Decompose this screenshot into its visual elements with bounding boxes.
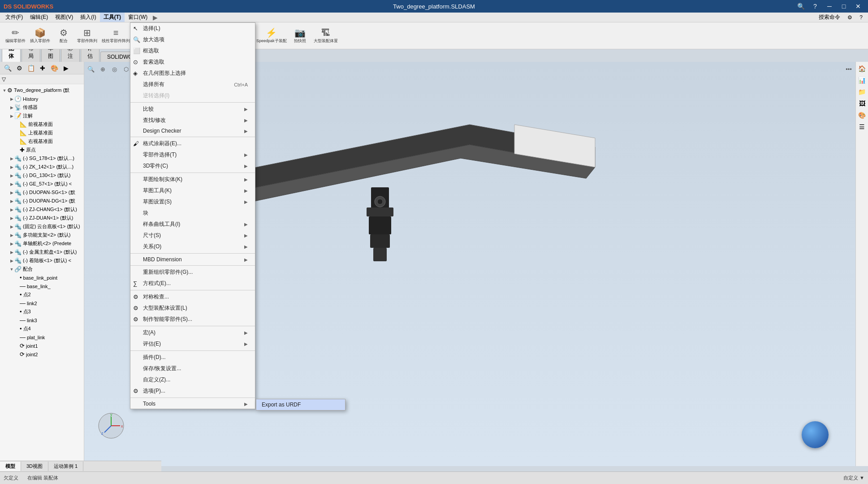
vp-btn-select[interactable]: ◎ xyxy=(109,65,119,73)
dd-options[interactable]: ⚙ 选项(P)... xyxy=(130,385,255,397)
tree-item-ge57[interactable]: ▶ 🔩 (-) GE_57<1> (默认) < xyxy=(0,180,84,188)
dd-3dpart[interactable]: 3D零件(C) ▶ xyxy=(130,160,255,172)
dd-reorganize[interactable]: 重新组织零部件(G)... xyxy=(130,267,255,278)
rp-table-icon[interactable]: 📊 xyxy=(857,75,867,85)
status-custom[interactable]: 自定义 ▼ xyxy=(843,475,864,481)
maximize-button[interactable]: □ xyxy=(838,1,850,11)
dd-zoom[interactable]: 🔍 放大选项 xyxy=(130,34,255,45)
bottom-tab-3dview[interactable]: 3D视图 xyxy=(21,462,48,471)
dd-block[interactable]: 块 xyxy=(130,207,255,219)
tools-dropdown[interactable]: ↖ 选择(L) 🔍 放大选项 ⬜ 框选取 ⊙ 套索选取 ◈ 在几何图形上选择 选… xyxy=(130,22,255,409)
tree-root[interactable]: ▼ ⚙ Two_degree_platform (默 xyxy=(0,86,84,95)
tree-item-annotation[interactable]: ▶ 📝 注解 xyxy=(0,112,84,120)
tree-item-metal-hub[interactable]: ▶ 🔩 (-) 金属主舵盘<1> (默认) xyxy=(0,248,84,256)
dd-plugins[interactable]: 插件(D)... xyxy=(130,352,255,363)
tree-item-dg130[interactable]: ▶ 🔩 (-) DG_130<1> (默认) xyxy=(0,171,84,180)
bottom-tab-model[interactable]: 模型 xyxy=(0,462,21,471)
panel-cross-icon[interactable]: ✚ xyxy=(38,63,48,73)
dd-large-assembly[interactable]: ⚙ 大型装配体设置(L) xyxy=(130,302,255,314)
dd-box-select[interactable]: ⬜ 框选取 xyxy=(130,45,255,56)
tools-submenu[interactable]: Export as URDF xyxy=(256,399,345,411)
tree-item-zj-duan[interactable]: ▶ 🔩 (-) ZJ-DUAN<1> (默认) xyxy=(0,214,84,222)
tree-item-base-link[interactable]: — base_link_ xyxy=(0,282,84,290)
tree-item-plat-link[interactable]: — plat_link xyxy=(0,333,84,341)
dd-format-brush[interactable]: 🖌 格式涂刷器(E)... xyxy=(130,138,255,149)
dd-evaluate[interactable]: 评估(E) ▶ xyxy=(130,338,255,350)
tree-item-multifunc[interactable]: ▶ 🔩 多功能支架<2> (默认) xyxy=(0,231,84,239)
rp-list-icon[interactable]: ☰ xyxy=(857,122,867,132)
panel-expand-icon[interactable]: ▶ xyxy=(61,63,71,73)
tree-item-duopan-sg[interactable]: ▶ 🔩 (-) DUOPAN-SG<1> (默 xyxy=(0,188,84,197)
toolbar-edit-part[interactable]: ✏ 编辑零部件 xyxy=(4,24,27,48)
tree-item-zk142[interactable]: ▶ 🔩 (-) ZK_142<1> (默认...) xyxy=(0,163,84,171)
dd-compare[interactable]: 比较 ▶ xyxy=(130,104,255,115)
blue-orb[interactable] xyxy=(802,421,829,448)
tree-item-mates[interactable]: ▼ 🔗 配合 xyxy=(0,265,84,273)
dd-export-urdf[interactable]: Export as URDF xyxy=(256,399,345,410)
toolbar-mate[interactable]: ⚙ 配合 xyxy=(53,24,74,48)
tree-item-joint1[interactable]: ⟳ joint1 xyxy=(0,341,84,350)
tree-item-top-plane[interactable]: 📐 上视基准面 xyxy=(0,129,84,137)
filter-bar[interactable]: ▽ xyxy=(0,74,84,84)
toolbar-collapse-btn[interactable]: ▶ xyxy=(151,14,160,21)
menu-help2[interactable]: ? xyxy=(856,13,866,22)
panel-tree-icon[interactable]: 📋 xyxy=(26,63,36,73)
toolbar-insert-part[interactable]: 📦 插入零部件 xyxy=(28,24,52,48)
filter-input[interactable] xyxy=(8,77,82,82)
toolbar-snapshot[interactable]: 📷 拍快照 xyxy=(289,24,311,48)
tree-item-sg178[interactable]: ▶ 🔩 (-) SG_178<1> (默认...) xyxy=(0,154,84,163)
tree-item-link3[interactable]: — link3 xyxy=(0,316,84,324)
tree-item-link2[interactable]: — link2 xyxy=(0,299,84,307)
menu-edit[interactable]: 编辑(E) xyxy=(26,13,52,22)
toolbar-large-assembly[interactable]: 🏗 大型装配体置 xyxy=(312,24,340,48)
dd-lasso-select[interactable]: ⊙ 套索选取 xyxy=(130,56,255,68)
panel-search-icon[interactable]: 🔍 xyxy=(3,63,13,73)
dd-save-restore[interactable]: 保存/恢复设置... xyxy=(130,363,255,374)
dd-equation[interactable]: ∑ 方程式(E)... xyxy=(130,278,255,289)
dd-sketch-settings[interactable]: 草图设置(S) ▶ xyxy=(130,196,255,207)
dd-dimension[interactable]: 尺寸(S) ▶ xyxy=(130,230,255,241)
tree-item-servo[interactable]: ▶ 🔩 单轴舵机<2> (Predete xyxy=(0,239,84,248)
tree-item-history[interactable]: ▶ 🕐 History xyxy=(0,95,84,103)
dd-tools[interactable]: Tools ▶ Export as URDF xyxy=(130,399,255,409)
menu-tools[interactable]: 工具(T) xyxy=(100,13,125,22)
help-button[interactable]: ? xyxy=(809,1,821,11)
bottom-tab-motion[interactable]: 运动算例 1 xyxy=(48,462,83,471)
dd-sketch-entity[interactable]: 草图绘制实体(K) ▶ xyxy=(130,174,255,185)
panel-color-icon[interactable]: 🎨 xyxy=(49,63,59,73)
toolbar-speedpak[interactable]: ⚡ Speedpak子装配 xyxy=(255,24,289,48)
tree-item-duopan-dg[interactable]: ▶ 🔩 (-) DUOPAN-DG<1> (默 xyxy=(0,197,84,205)
dd-part-select[interactable]: 零部件选择(T) ▶ xyxy=(130,149,255,160)
dd-mbd[interactable]: MBD Dimension ▶ xyxy=(130,255,255,264)
tree-item-origin[interactable]: ✚ 原点 xyxy=(0,146,84,154)
menu-file[interactable]: 文件(F) xyxy=(2,13,26,22)
minimize-button[interactable]: ─ xyxy=(823,1,836,11)
panel-assembly-icon[interactable]: ⚙ xyxy=(14,63,24,73)
rp-photo-icon[interactable]: 🖼 xyxy=(857,99,867,108)
search-icon[interactable]: 🔍 xyxy=(795,1,807,11)
window-controls[interactable]: 🔍 ? ─ □ ✕ xyxy=(795,1,864,11)
tree-item-point2[interactable]: • 点2 xyxy=(0,290,84,299)
menu-insert[interactable]: 插入(I) xyxy=(77,13,99,22)
dd-sketch-tools[interactable]: 草图工具(K) ▶ xyxy=(130,185,255,196)
tree-item-sensor[interactable]: ▶ 📡 传感器 xyxy=(0,103,84,112)
tree-item-zj-chang[interactable]: ▶ 🔩 (-) ZJ-CHANG<1> (默认) xyxy=(0,205,84,214)
dd-find[interactable]: 查找/修改 ▶ xyxy=(130,115,255,126)
dd-geo-select[interactable]: ◈ 在几何图形上选择 xyxy=(130,68,255,79)
dd-customize[interactable]: 自定义(Z)... xyxy=(130,374,255,385)
toolbar-array[interactable]: ⊞ 零部件阵列 xyxy=(75,24,99,48)
vp-btn-search[interactable]: 🔍 xyxy=(86,65,96,73)
tree-item-base-link-point[interactable]: • base_link_point xyxy=(0,273,84,282)
vp-btn-zoom[interactable]: ⊕ xyxy=(98,65,108,73)
tree-item-joint2[interactable]: ⟳ joint2 xyxy=(0,350,84,359)
tree-item-point4[interactable]: • 点4 xyxy=(0,324,84,333)
dd-design-checker[interactable]: Design Checker ▶ xyxy=(130,126,255,136)
toolbar-linear-array[interactable]: ≡ 线性零部件阵列 xyxy=(100,24,132,48)
dd-macro[interactable]: 宏(A) ▶ xyxy=(130,327,255,338)
menu-view[interactable]: 视图(V) xyxy=(52,13,77,22)
menu-profile[interactable]: ⚙ xyxy=(844,13,856,22)
dd-select-all[interactable]: 选择所有 Ctrl+A xyxy=(130,79,255,90)
tree-item-point3[interactable]: • 点3 xyxy=(0,307,84,316)
tree-item-front-plane[interactable]: 📐 前视基准面 xyxy=(0,120,84,129)
close-button[interactable]: ✕ xyxy=(852,1,864,11)
